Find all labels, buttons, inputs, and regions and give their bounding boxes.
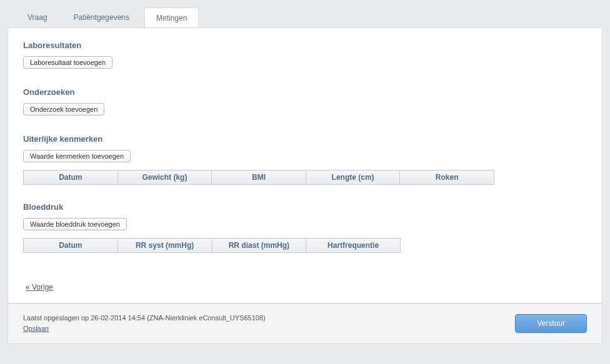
col-roken: Roken [400,170,494,185]
previous-link[interactable]: « Vorige [26,283,53,292]
uiterlijk-table: Datum Gewicht (kg) BMI Lengte (cm) Roken [23,170,494,185]
last-saved-text: Laatst opgeslagen op 26-02-2014 14:54 (Z… [23,314,266,322]
tab-vraag[interactable]: Vraag [16,7,59,28]
section-title-bloeddruk: Bloeddruk [23,202,587,212]
col-hartfreq: Hartfrequentie [306,239,401,253]
tab-metingen[interactable]: Metingen [144,7,199,28]
col-lengte: Lengte (cm) [306,170,400,185]
add-kenmerk-button[interactable]: Waarde kenmerken toevoegen [23,150,131,162]
col-bmi: BMI [212,170,306,185]
save-link[interactable]: Opslaan [23,325,49,332]
col-rr-diast: RR diast (mmHg) [212,239,306,253]
col-datum: Datum [24,170,118,185]
submit-button[interactable]: Verstuur [515,314,587,333]
tabs-bar: Vraag Patiëntgegevens Metingen [8,0,602,28]
footer-bar: Laatst opgeslagen op 26-02-2014 14:54 (Z… [8,303,602,344]
section-title-uiterlijk: Uiterlijke kenmerken [23,134,587,144]
col-gewicht: Gewicht (kg) [118,170,212,185]
footer-info: Laatst opgeslagen op 26-02-2014 14:54 (Z… [23,313,266,333]
tab-patientgegevens[interactable]: Patiëntgegevens [62,7,141,28]
col-rr-syst: RR syst (mmHg) [118,239,212,253]
bloeddruk-table: Datum RR syst (mmHg) RR diast (mmHg) Har… [23,238,401,253]
add-laboresultaat-button[interactable]: Laboresultaat toevoegen [23,56,112,69]
add-bloeddruk-button[interactable]: Waarde bloeddruk toevoegen [23,218,127,230]
add-onderzoek-button[interactable]: Onderzoek toevoegen [23,103,104,116]
col-bd-datum: Datum [24,239,118,253]
section-title-onderzoeken: Onderzoeken [23,87,587,97]
section-title-lab: Laboresultaten [23,41,587,50]
content-panel: Laboresultaten Laboresultaat toevoegen O… [8,27,602,303]
